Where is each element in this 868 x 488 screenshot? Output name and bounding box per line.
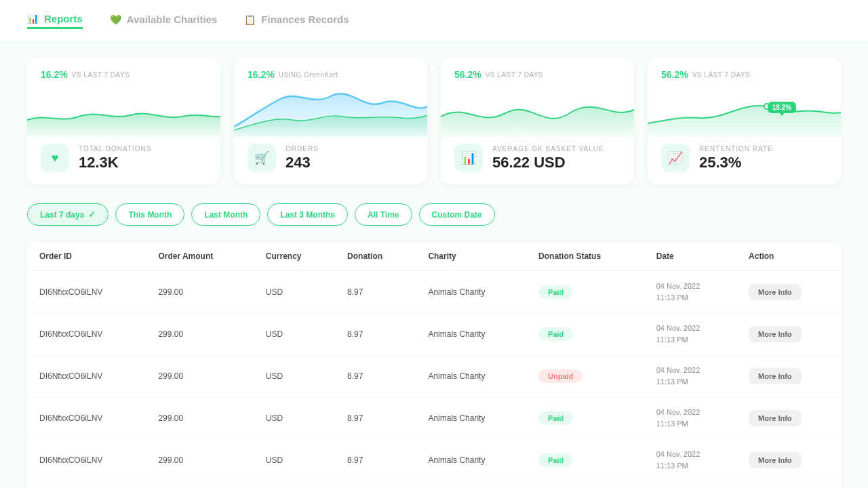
card-top-donations: 16.2% VS LAST 7 DAYS	[41, 69, 207, 80]
card-top-orders: 16.2% USING GreenKart	[248, 69, 414, 80]
filter-lastmonth[interactable]: Last Month	[191, 203, 260, 226]
stat-card-donations: 16.2% VS LAST 7 DAYS ♥	[27, 58, 220, 184]
charities-icon: 💚	[110, 14, 121, 25]
col-action: Action	[736, 242, 841, 271]
col-order-amount: Order Amount	[146, 242, 253, 271]
chart-tooltip-retention: 18.2%	[768, 102, 796, 113]
cell-charity: Animals Charity	[416, 439, 526, 481]
filter-thismonth[interactable]: This Month	[115, 203, 184, 226]
cell-charity: Animals Charity	[416, 481, 526, 489]
chart-basket	[441, 83, 634, 137]
card-vs-basket: VS LAST 7 DAYS	[486, 71, 544, 79]
cell-order-id: DI6NfxxCO6iLNV	[27, 439, 146, 481]
more-info-button[interactable]: More Info	[749, 284, 802, 300]
table-header: Order ID Order Amount Currency Donation …	[27, 242, 841, 271]
col-charity: Charity	[416, 242, 526, 271]
filter-label-customdate: Custom Date	[432, 210, 482, 220]
card-value-retention: 25.3%	[699, 154, 773, 171]
status-badge: Paid	[538, 327, 573, 341]
table-row: DI6NfxxCO6iLNV 299.00 USD 8.97 Animals C…	[27, 313, 841, 355]
card-pct-orders: 16.2%	[248, 69, 275, 80]
filter-alltime[interactable]: All Time	[355, 203, 412, 226]
table-row: DI6NfxxCO6iLNV 299.00 USD 8.97 Animals C…	[27, 271, 841, 313]
table-row: DI6NfxxCO6iLNV 299.00 USD 8.97 Animals C…	[27, 439, 841, 481]
nav-finances[interactable]: 📋 Finances Records	[244, 14, 349, 28]
filter-customdate[interactable]: Custom Date	[419, 203, 495, 226]
card-pct-retention: 56.2%	[661, 69, 688, 80]
cell-action: More Info	[736, 271, 841, 313]
chart-retention: 18.2%	[648, 83, 841, 137]
filter-label-last7days: Last 7 days	[40, 210, 84, 220]
col-order-id: Order ID	[27, 242, 146, 271]
cell-status: Paid	[526, 439, 644, 481]
cell-date: 04 Nov. 202211:13 PM	[644, 271, 736, 313]
cell-status: Unpaid	[526, 355, 644, 397]
nav-finances-label: Finances Records	[261, 14, 349, 25]
card-label-basket: AVERAGE GK BASKET VALUE	[492, 145, 604, 152]
stat-card-orders: 16.2% USING GreenKart	[234, 58, 427, 184]
nav-charities-label: Available Charities	[127, 14, 218, 25]
cell-date: 04 Nov. 202211:13 PM	[644, 355, 736, 397]
card-vs-retention: VS LAST 7 DAYS	[692, 71, 751, 79]
col-donation: Donation	[335, 242, 416, 271]
card-value-basket: 56.22 USD	[492, 154, 604, 171]
top-nav: 📊 Reports 💚 Available Charities 📋 Financ…	[0, 0, 868, 42]
more-info-button[interactable]: More Info	[749, 452, 802, 468]
cell-amount: 299.00	[146, 481, 253, 489]
filter-last7days[interactable]: Last 7 days ✓	[27, 203, 108, 226]
nav-reports-label: Reports	[44, 13, 83, 24]
cell-donation: 8.97	[335, 355, 416, 397]
nav-charities[interactable]: 💚 Available Charities	[110, 14, 218, 28]
more-info-button[interactable]: More Info	[749, 326, 802, 342]
card-label-donations: TOTAL DONATIONS	[79, 145, 151, 152]
card-icon-retention: 📈	[661, 144, 690, 172]
cell-action: More Info	[736, 397, 841, 439]
cell-currency: USD	[254, 439, 335, 481]
cell-charity: Animals Charity	[416, 313, 526, 355]
cell-date: 04 Nov. 202211:13 PM	[644, 439, 736, 481]
cell-charity: Animals Charity	[416, 355, 526, 397]
card-value-orders: 243	[285, 154, 319, 171]
cell-amount: 299.00	[146, 313, 253, 355]
cell-amount: 299.00	[146, 397, 253, 439]
more-info-button[interactable]: More Info	[749, 368, 802, 384]
main-content: 16.2% VS LAST 7 DAYS ♥	[0, 42, 868, 488]
cell-date: 04 Nov. 202211:13 PM	[644, 481, 736, 489]
cell-date: 04 Nov. 202211:13 PM	[644, 397, 736, 439]
card-icon-basket: 📊	[454, 144, 483, 172]
card-bottom-retention: 📈 RENTENTION RATE 25.3%	[661, 144, 827, 172]
check-icon: ✓	[88, 209, 96, 220]
chart-donations	[27, 83, 220, 137]
cell-amount: 299.00	[146, 271, 253, 313]
stat-card-retention: 56.2% VS LAST 7 DAYS 18.2%	[648, 58, 841, 184]
cell-status: Paid	[526, 397, 644, 439]
filter-label-last3months: Last 3 Months	[280, 210, 335, 220]
cell-currency: USD	[254, 313, 335, 355]
table-row: DI6NfxxCO6iLNV 299.00 USD 8.97 Animals C…	[27, 481, 841, 489]
cell-order-id: DI6NfxxCO6iLNV	[27, 271, 146, 313]
more-info-button[interactable]: More Info	[749, 410, 802, 426]
table-row: DI6NfxxCO6iLNV 299.00 USD 8.97 Animals C…	[27, 355, 841, 397]
cell-date: 04 Nov. 202211:13 PM	[644, 313, 736, 355]
cell-order-id: DI6NfxxCO6iLNV	[27, 355, 146, 397]
cell-order-id: DI6NfxxCO6iLNV	[27, 481, 146, 489]
stat-cards-grid: 16.2% VS LAST 7 DAYS ♥	[27, 58, 841, 184]
cell-amount: 299.00	[146, 355, 253, 397]
reports-icon: 📊	[27, 13, 39, 24]
nav-reports[interactable]: 📊 Reports	[27, 13, 83, 29]
card-bottom-basket: 📊 AVERAGE GK BASKET VALUE 56.22 USD	[454, 144, 620, 172]
cell-amount: 299.00	[146, 439, 253, 481]
col-status: Donation Status	[526, 242, 644, 271]
card-icon-donations: ♥	[41, 144, 69, 172]
filter-bar: Last 7 days ✓ This Month Last Month Last…	[27, 203, 841, 226]
cell-order-id: DI6NfxxCO6iLNV	[27, 397, 146, 439]
cell-status: Paid	[526, 271, 644, 313]
card-label-orders: ORDERS	[285, 145, 319, 152]
filter-label-thismonth: This Month	[128, 210, 172, 220]
finances-icon: 📋	[244, 14, 256, 25]
col-currency: Currency	[254, 242, 335, 271]
card-vs-orders: USING GreenKart	[279, 71, 338, 79]
card-bottom-orders: 🛒 ORDERS 243	[248, 144, 414, 172]
filter-last3months[interactable]: Last 3 Months	[267, 203, 348, 226]
cell-status: Unpaid	[526, 481, 644, 489]
